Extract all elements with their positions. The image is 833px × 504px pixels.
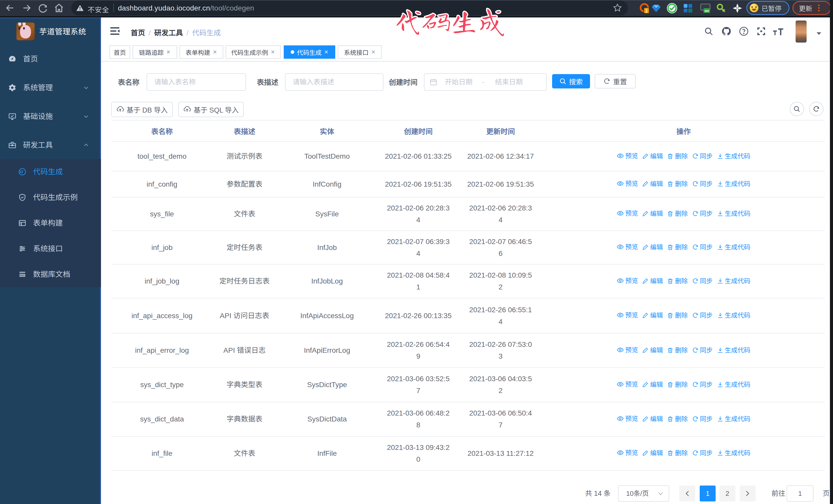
svg-text:1: 1 bbox=[645, 8, 648, 13]
svg-text:on: on bbox=[705, 9, 709, 13]
